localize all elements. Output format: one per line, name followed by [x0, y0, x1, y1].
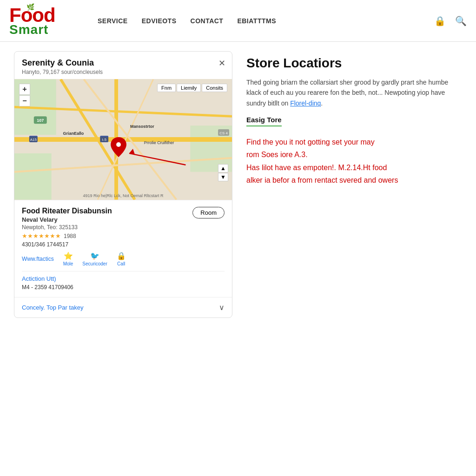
svg-point-23	[116, 142, 121, 147]
svg-text:I-5: I-5	[102, 138, 107, 142]
easig-label: Easig Tore	[246, 116, 282, 126]
room-button[interactable]: Room	[192, 207, 225, 218]
chevron-down-icon[interactable]: ∨	[219, 303, 225, 312]
map-nav-up[interactable]: ▲	[218, 164, 228, 172]
red-line-4: alker ia befor a from rentact svered and…	[246, 174, 462, 186]
action-securicoder-label: Securicoder	[82, 261, 107, 266]
nav: SERVICE EDVIEOTS CONTACT EBIATTTMS	[98, 17, 434, 25]
red-line-1: Find the you it not gotting set your may	[246, 136, 462, 148]
main-content: Serenity & Counia Hanyto, 79,167 sour/co…	[0, 42, 476, 327]
desc-text: Thed going briarn the collarsiart sher g…	[246, 79, 448, 107]
store-phone: 4301/346 1744517	[22, 241, 112, 248]
zoom-out-button[interactable]: −	[19, 95, 30, 106]
action-mole[interactable]: ⭐ Mole	[63, 251, 73, 266]
store-locator-description: Thed going briarn the collarsiart sher g…	[246, 77, 462, 108]
nav-ebiattms[interactable]: EBIATTTMS	[237, 17, 276, 25]
store-footer: Concely. Top Par takey ∨	[14, 297, 232, 317]
zoom-in-button[interactable]: +	[19, 84, 30, 95]
map-svg: 107 A15 I-5 CS 4 GrianEallo Mansostrtor …	[14, 79, 232, 200]
store-card-header: Serenity & Counia Hanyto, 79,167 sour/co…	[14, 52, 232, 79]
page-title: Store Locatiors	[246, 56, 462, 71]
star-icon: ⭐	[64, 251, 73, 260]
right-panel: Store Locatiors Thed going briarn the co…	[246, 51, 462, 318]
twitter-icon: 🐦	[90, 251, 99, 260]
header: Food Smart SERVICE EDVIEOTS CONTACT EBIA…	[0, 0, 476, 42]
map-type-buttons: Fnm Liemily Consits	[157, 84, 227, 92]
svg-text:GrianEallo: GrianEallo	[63, 131, 84, 136]
map-type-fnm[interactable]: Fnm	[157, 84, 176, 92]
store-website[interactable]: Www.ftactics	[22, 256, 54, 262]
desc-link[interactable]: Florel-dinq	[290, 99, 321, 107]
map-type-consits[interactable]: Consits	[202, 84, 227, 92]
map-attribution: 4919 Rio he|Rlc Lck, Not Oemal Rltcstart…	[14, 193, 232, 198]
red-line-2: rom Soes iore A.3.	[246, 148, 462, 161]
store-info: Food Riteater Disabunsin Neval Velary Ne…	[14, 200, 232, 297]
logo: Food Smart	[9, 6, 70, 36]
store-extra: Actiction Utt) M4 - 2359 41709406	[22, 271, 225, 291]
svg-text:Mansostrtor: Mansostrtor	[130, 124, 154, 129]
store-address: Newptoh, Teo: 325133	[22, 224, 112, 231]
call-icon: 🔒	[117, 251, 126, 260]
map-controls: + −	[19, 84, 30, 106]
red-line-3: Has lilot have as empoten!. M.2.14.Ht fo…	[246, 161, 462, 174]
store-footer-link[interactable]: Concely. Top Par takey	[22, 304, 83, 311]
red-text-block: Find the you it not gotting set your may…	[246, 136, 462, 186]
svg-text:CS 4: CS 4	[219, 131, 228, 135]
store-extra-code: M4 - 2359 41709406	[22, 284, 225, 291]
map-type-liemily[interactable]: Liemily	[177, 84, 201, 92]
action-call-label: Call	[117, 261, 125, 266]
nav-contact[interactable]: CONTACT	[191, 17, 224, 25]
svg-text:107: 107	[37, 118, 44, 123]
store-extra-link[interactable]: Actiction Utt)	[22, 275, 225, 282]
left-panel: Serenity & Counia Hanyto, 79,167 sour/co…	[14, 51, 232, 318]
store-details: Food Riteater Disabunsin Neval Velary Ne…	[22, 207, 112, 248]
action-securicoder[interactable]: 🐦 Securicoder	[82, 251, 107, 266]
svg-rect-3	[14, 153, 52, 200]
map-nav-controls: ▲ ▼	[218, 164, 228, 181]
close-button[interactable]: ✕	[218, 58, 225, 68]
store-name: Food Riteater Disabunsin	[22, 207, 112, 215]
store-district: Neval Velary	[22, 216, 112, 223]
card-subtitle: Hanyto, 79,167 sour/concleusels	[22, 69, 225, 75]
rating-count: 1988	[64, 233, 76, 239]
nav-edvieots[interactable]: EDVIEOTS	[142, 17, 177, 25]
svg-text:A15: A15	[30, 138, 37, 142]
card-title: Serenity & Counia	[22, 58, 225, 68]
search-icon[interactable]: 🔍	[455, 15, 467, 26]
logo-food: Food	[9, 6, 70, 25]
lock-icon[interactable]: 🔒	[434, 15, 446, 26]
action-mole-label: Mole	[63, 261, 73, 266]
map-container[interactable]: 107 A15 I-5 CS 4 GrianEallo Mansostrtor …	[14, 79, 232, 200]
map-nav-down[interactable]: ▼	[218, 173, 228, 181]
action-call[interactable]: 🔒 Call	[117, 251, 126, 266]
svg-text:Prrolie Cruifither: Prrolie Cruifither	[144, 140, 174, 145]
rating-stars: ★★★★★★★	[22, 232, 61, 239]
logo-o: o	[21, 6, 33, 25]
nav-service[interactable]: SERVICE	[98, 17, 128, 25]
store-rating: ★★★★★★★ 1988	[22, 232, 112, 239]
header-icons: 🔒 🔍	[434, 15, 467, 26]
store-actions: Www.ftactics ⭐ Mole 🐦 Securicoder 🔒 Call	[22, 251, 225, 266]
desc-end: .	[321, 99, 323, 107]
